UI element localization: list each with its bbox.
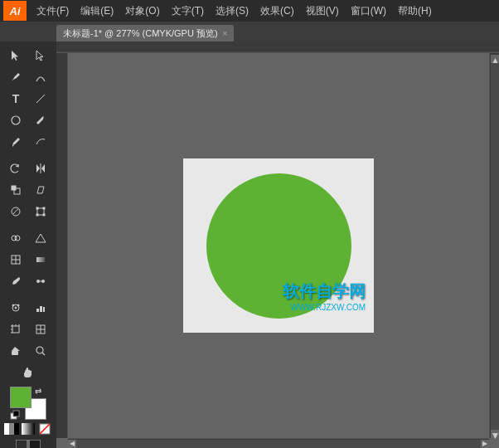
color-area: ⇄ [0, 383, 56, 448]
svg-point-27 [15, 307, 17, 309]
menu-effect[interactable]: 效果(C) [255, 0, 299, 22]
document-tab[interactable]: 未标题-1* @ 277% (CMYK/GPU 预览) × [56, 25, 234, 41]
smooth-tool-button[interactable] [28, 131, 53, 153]
selection-tool-button[interactable] [3, 45, 28, 66]
scroll-down-button[interactable]: ▼ [491, 430, 499, 438]
menu-window[interactable]: 窗口(W) [346, 0, 391, 22]
mesh-tools-row [0, 249, 56, 270]
blend-tool-button[interactable] [28, 270, 53, 292]
swap-colors-icon[interactable]: ⇄ [35, 387, 46, 398]
tab-close-button[interactable]: × [223, 29, 228, 38]
warp-tools-row [0, 201, 56, 222]
svg-rect-58 [30, 441, 40, 448]
svg-point-17 [15, 236, 20, 241]
artboard: 软件自学网 WWW.RJZXW.COM [183, 158, 374, 333]
pen-tool-button[interactable] [3, 66, 28, 88]
pen-tools-row [0, 66, 56, 88]
svg-rect-56 [17, 441, 27, 448]
canvas-area[interactable]: 软件自学网 WWW.RJZXW.COM ▲ ▼ ◀ ▶ [56, 41, 499, 448]
svg-rect-51 [14, 423, 19, 435]
svg-point-3 [12, 116, 20, 124]
change-screen-mode[interactable] [16, 440, 41, 448]
eraser-tool-button[interactable] [3, 340, 28, 362]
svg-rect-33 [12, 326, 19, 333]
pencil-tool-button[interactable] [3, 131, 28, 153]
color-mode-button[interactable] [4, 423, 19, 435]
shape-builder-tool-button[interactable] [3, 227, 28, 249]
shape-tools-row [0, 110, 56, 131]
reset-colors-icon[interactable] [10, 410, 20, 420]
scrollbar-right[interactable]: ▲ ▼ [489, 53, 499, 438]
svg-rect-15 [43, 214, 45, 216]
scroll-up-button[interactable]: ▲ [491, 55, 499, 63]
svg-rect-32 [43, 307, 45, 312]
svg-marker-1 [36, 51, 43, 61]
type-tools-row: T [0, 88, 56, 110]
fg-bg-colors: ⇄ [10, 387, 46, 420]
zoom-tool-button[interactable] [28, 340, 53, 362]
slice-tool-button[interactable] [28, 319, 53, 340]
menu-help[interactable]: 帮助(H) [393, 0, 437, 22]
type-tool-button[interactable]: T [3, 88, 28, 110]
graph-tool-button[interactable] [28, 297, 53, 319]
menu-view[interactable]: 视图(V) [301, 0, 344, 22]
menu-select[interactable]: 选择(S) [211, 0, 254, 22]
line-tool-button[interactable] [28, 88, 53, 110]
curvature-tool-button[interactable] [28, 66, 53, 88]
svg-point-23 [36, 280, 40, 283]
brush-tool-button[interactable] [28, 110, 53, 131]
eyedropper-tools-row [0, 270, 56, 292]
tab-title: 未标题-1* @ 277% (CMYK/GPU 预览) [63, 27, 218, 40]
svg-line-46 [42, 353, 45, 355]
scroll-track-right[interactable] [491, 63, 499, 430]
reflect-tool-button[interactable] [28, 158, 53, 179]
scale-tools-row [0, 179, 56, 201]
svg-rect-14 [36, 214, 38, 216]
svg-rect-12 [36, 207, 38, 209]
rotate-tool-button[interactable] [3, 158, 28, 179]
perspective-tool-button[interactable] [28, 227, 53, 249]
scroll-left-button[interactable]: ◀ [68, 440, 76, 448]
direct-selection-tool-button[interactable] [28, 45, 53, 66]
scroll-track-bottom[interactable] [76, 440, 481, 448]
ruler-left [56, 53, 68, 438]
svg-rect-48 [13, 411, 19, 416]
svg-marker-5 [36, 164, 40, 173]
ellipse-tool-button[interactable] [3, 110, 28, 131]
svg-rect-52 [22, 423, 35, 435]
artboard-tool-button[interactable] [3, 319, 28, 340]
foreground-color-swatch[interactable] [10, 387, 31, 408]
gradient-tool-button[interactable] [28, 249, 53, 270]
eraser-tools-row [0, 340, 56, 362]
eyedropper-tool-button[interactable] [3, 270, 28, 292]
green-circle [206, 173, 351, 319]
mesh-tool-button[interactable] [3, 249, 28, 270]
free-transform-tool-button[interactable] [28, 201, 53, 222]
hand-tool-button[interactable] [16, 362, 41, 383]
color-mode-row [4, 423, 52, 435]
svg-rect-43 [12, 351, 18, 355]
shear-tool-button[interactable] [28, 179, 53, 201]
gradient-mode-button[interactable] [21, 423, 36, 435]
menu-type[interactable]: 文字(T) [167, 0, 209, 22]
menu-file[interactable]: 文件(F) [31, 0, 74, 22]
menu-object[interactable]: 对象(O) [120, 0, 164, 22]
symbol-tool-button[interactable] [3, 297, 28, 319]
tab-bar: 未标题-1* @ 277% (CMYK/GPU 预览) × [0, 22, 499, 41]
none-mode-button[interactable] [37, 423, 52, 435]
svg-rect-30 [36, 309, 39, 312]
rotate-tools-row [0, 158, 56, 179]
menu-edit[interactable]: 编辑(E) [75, 0, 119, 22]
artboard-container: 软件自学网 WWW.RJZXW.COM [68, 53, 489, 438]
svg-marker-18 [36, 234, 46, 242]
scrollbar-bottom[interactable]: ◀ ▶ [68, 438, 489, 448]
warp-tool-button[interactable] [3, 201, 28, 222]
svg-line-2 [36, 95, 45, 103]
svg-rect-22 [36, 257, 45, 262]
scroll-right-button[interactable]: ▶ [481, 440, 489, 448]
svg-marker-0 [12, 51, 18, 61]
svg-rect-49 [4, 423, 9, 435]
scale-tool-button[interactable] [3, 179, 28, 201]
svg-marker-6 [41, 164, 45, 173]
selection-tools-row [0, 45, 56, 66]
